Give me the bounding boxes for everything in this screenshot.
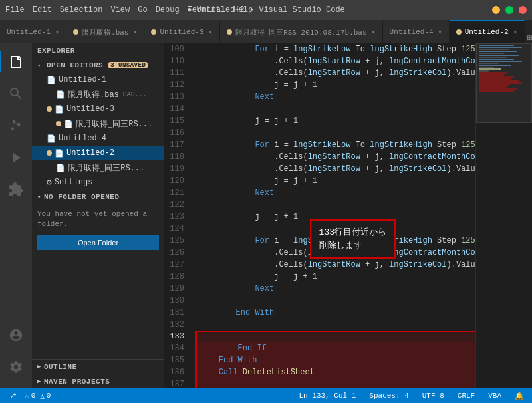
encoding[interactable]: UTF-8 xyxy=(420,392,447,400)
run-icon[interactable] xyxy=(0,142,32,174)
open-file-gengetsu3[interactable]: 📄 限月取得_同三RS... xyxy=(32,160,164,175)
unsaved-badge: 3 UNSAVED xyxy=(108,62,148,68)
tab-gengetsu[interactable]: 限月取得.bas ✕ xyxy=(66,20,144,43)
menu-edit[interactable]: Edit xyxy=(33,5,52,15)
code-line-128: j = j + 1 xyxy=(195,271,475,283)
modified-dot xyxy=(47,150,52,156)
extensions-icon[interactable] xyxy=(0,174,32,205)
code-line-117: For i = lngStrikeLow To lngStrikeHigh St… xyxy=(195,139,475,151)
line-num-137: 137 xyxy=(165,378,190,388)
close-button[interactable] xyxy=(519,6,527,14)
open-file-gengetsu2[interactable]: 📄 限月取得_同三RS... xyxy=(32,116,164,131)
open-file-untitled4[interactable]: 📄 Untitled-4 xyxy=(32,131,164,146)
code-line-119: .Cells(lngStartRow + j, lngStrikeCol).Va… xyxy=(195,163,475,175)
explorer-title: EXPLORER xyxy=(37,47,75,55)
annotation-line2: 削除します xyxy=(319,239,386,253)
tab-close-icon[interactable]: ✕ xyxy=(209,28,213,36)
tab-untitled-1[interactable]: Untitled-1 ✕ xyxy=(0,20,66,43)
code-line-129: Next xyxy=(195,283,475,295)
minimize-button[interactable] xyxy=(492,6,500,14)
line-ending[interactable]: CRLF xyxy=(455,392,477,400)
code-editor[interactable]: For i = lngStrikeLow To lngStrikeHigh St… xyxy=(195,43,475,388)
settings-icon: ⚙ xyxy=(47,177,52,188)
git-status[interactable]: ⎇ xyxy=(5,392,19,400)
maven-section[interactable]: ▶ MAVEN PROJECTS xyxy=(32,374,164,388)
code-line-115: j = j + 1 xyxy=(195,115,475,127)
code-line-109: For i = lngStrikeLow To lngStrikeHigh St… xyxy=(195,43,475,55)
open-file-untitled3[interactable]: 📄 Untitled-3 xyxy=(32,102,164,116)
tab-close-icon[interactable]: ✕ xyxy=(55,28,59,36)
collapse-arrow-icon: ▾ xyxy=(37,194,41,201)
minimap[interactable] xyxy=(475,43,532,388)
annotation-line1: 133行目付近から xyxy=(319,226,386,239)
code-line-130 xyxy=(195,295,475,307)
tab-modified-dot xyxy=(73,29,78,35)
line-num-123: 123 xyxy=(165,211,190,223)
code-line-113: Next xyxy=(195,91,475,103)
source-control-icon[interactable] xyxy=(0,110,32,142)
tab-untitled-4[interactable]: Untitled-4 ✕ xyxy=(383,20,450,43)
indentation[interactable]: Spaces: 4 xyxy=(366,392,411,400)
file-icon: 📄 xyxy=(47,76,56,84)
tab-close-icon[interactable]: ✕ xyxy=(513,28,517,36)
file-icon: 📄 xyxy=(56,90,65,99)
open-file-gengetsu[interactable]: 📄 限月取得.bas DAD... xyxy=(32,87,164,102)
line-num-117: 117 xyxy=(165,139,190,151)
code-line-127: .Cells(lngStartRow + j, lngStrikeCol).Va… xyxy=(195,259,475,271)
explorer-icon[interactable] xyxy=(0,46,32,78)
minimap-slider[interactable] xyxy=(476,43,532,123)
explorer-header[interactable]: EXPLORER xyxy=(32,43,164,58)
line-num-120: 120 xyxy=(165,175,190,187)
tab-untitled-3[interactable]: Untitled-3 ✕ xyxy=(144,20,219,43)
tab-gengetsu2[interactable]: 限月取得_同三RSS_2019.08.17b.bas ✕ xyxy=(220,20,383,43)
cursor-position[interactable]: Ln 133, Col 1 xyxy=(297,392,359,400)
settings-icon[interactable] xyxy=(0,351,32,383)
line-num-129: 129 xyxy=(165,283,190,295)
search-icon[interactable] xyxy=(0,78,32,110)
open-file-untitled1[interactable]: 📄 Untitled-1 xyxy=(32,72,164,87)
tab-label: Untitled-3 xyxy=(160,28,203,36)
status-right: Ln 133, Col 1 Spaces: 4 UTF-8 CRLF VBA 🔔 xyxy=(297,392,527,400)
error-count[interactable]: ⚠ 0 △ 0 xyxy=(25,392,51,400)
statusbar: ⎇ ⚠ 0 △ 0 Ln 133, Col 1 Spaces: 4 UTF-8 … xyxy=(0,388,532,403)
tab-close-icon[interactable]: ✕ xyxy=(372,28,376,36)
tab-close-icon[interactable]: ✕ xyxy=(438,28,442,36)
editor-content[interactable]: 109 110 111 112 113 114 115 116 117 118 … xyxy=(165,43,532,388)
line-num-133: 133 xyxy=(165,331,190,342)
no-folder-header[interactable]: ▾ NO FOLDER OPENED xyxy=(32,190,164,204)
split-editor-button[interactable]: ⊞ xyxy=(527,33,532,43)
menu-go[interactable]: Go xyxy=(138,5,147,15)
line-numbers: 109 110 111 112 113 114 115 116 117 118 … xyxy=(165,43,195,388)
menu-selection[interactable]: Selection xyxy=(60,5,103,15)
file-tag: DAD... xyxy=(123,91,147,98)
open-file-untitled2[interactable]: 📄 Untitled-2 xyxy=(32,146,164,160)
account-icon[interactable] xyxy=(0,319,32,351)
menu-file[interactable]: File xyxy=(5,5,25,15)
line-ending-text: CRLF xyxy=(458,392,475,400)
tab-label: 限月取得.bas xyxy=(82,27,128,37)
settings-item[interactable]: ⚙ Settings xyxy=(32,175,164,190)
outline-section[interactable]: ▶ OUTLINE xyxy=(32,359,164,374)
window-controls[interactable] xyxy=(492,6,527,14)
open-folder-button[interactable]: Open Folder xyxy=(37,235,159,250)
code-line-116 xyxy=(195,127,475,139)
line-num-112: 112 xyxy=(165,79,190,91)
menu-view[interactable]: View xyxy=(110,5,130,15)
line-num-126: 126 xyxy=(165,247,190,259)
line-num-114: 114 xyxy=(165,103,190,115)
code-line-122 xyxy=(195,199,475,211)
outline-label: OUTLINE xyxy=(44,363,77,371)
code-line-136: Call DeleteListSheet xyxy=(195,366,475,378)
language-mode[interactable]: VBA xyxy=(485,392,504,400)
maximize-button[interactable] xyxy=(505,6,513,14)
notifications[interactable]: 🔔 xyxy=(512,392,527,400)
open-editors-header[interactable]: ▾ OPEN EDITORS 3 UNSAVED xyxy=(32,58,164,72)
line-num-113: 113 xyxy=(165,91,190,103)
file-name: 限月取得.bas xyxy=(68,89,119,100)
language-text: VBA xyxy=(488,392,501,400)
tab-untitled-2[interactable]: Untitled-2 ✕ xyxy=(450,20,525,43)
tab-close-icon[interactable]: ✕ xyxy=(133,28,137,36)
tab-modified-dot xyxy=(227,29,232,35)
git-icon: ⎇ xyxy=(8,392,17,400)
menu-debug[interactable]: Debug xyxy=(156,5,180,15)
